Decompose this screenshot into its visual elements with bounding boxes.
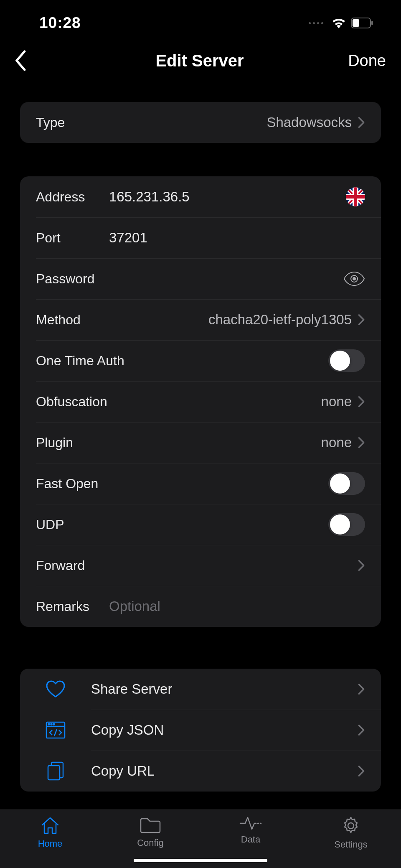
code-window-icon [45, 721, 66, 739]
cell-signal-icon [309, 22, 323, 24]
chevron-right-icon [358, 314, 365, 326]
back-button[interactable] [13, 50, 80, 71]
tab-home[interactable]: Home [0, 810, 100, 868]
svg-point-10 [51, 724, 52, 725]
page-title: Edit Server [80, 51, 319, 70]
address-value[interactable]: 165.231.36.5 [109, 189, 346, 205]
address-label: Address [36, 189, 109, 205]
status-bar: 10:28 [0, 0, 401, 33]
svg-rect-13 [48, 766, 60, 780]
gear-icon [341, 816, 361, 836]
fastopen-row: Fast Open [20, 463, 381, 504]
share-server-label: Share Server [91, 681, 358, 697]
ota-toggle[interactable] [328, 349, 365, 372]
type-card: Type Shadowsocks [20, 102, 381, 143]
port-value[interactable]: 37201 [109, 230, 365, 246]
method-label: Method [36, 312, 109, 328]
chevron-right-icon [358, 724, 365, 736]
uk-flag-icon [346, 187, 365, 206]
copy-json-row[interactable]: Copy JSON [20, 710, 381, 751]
type-label: Type [36, 115, 109, 130]
svg-point-6 [353, 277, 355, 280]
port-label: Port [36, 230, 109, 246]
nav-bar: Edit Server Done [0, 33, 401, 88]
type-value: Shadowsocks [109, 115, 358, 130]
chevron-right-icon [358, 437, 365, 448]
remarks-input[interactable] [109, 598, 365, 614]
ota-label: One Time Auth [36, 353, 328, 369]
status-time: 10:28 [39, 14, 81, 32]
svg-point-9 [48, 724, 50, 725]
method-value: chacha20-ietf-poly1305 [109, 312, 358, 328]
method-row[interactable]: Method chacha20-ietf-poly1305 [20, 299, 381, 340]
remarks-label: Remarks [36, 599, 109, 614]
home-icon [40, 816, 61, 835]
svg-rect-1 [353, 19, 359, 27]
plugin-value: none [109, 435, 358, 451]
wifi-icon [332, 18, 346, 28]
copy-url-label: Copy URL [91, 763, 358, 779]
password-row[interactable]: Password [20, 258, 381, 299]
plugin-row[interactable]: Plugin none [20, 422, 381, 463]
port-row[interactable]: Port 37201 [20, 217, 381, 258]
chevron-right-icon [358, 683, 365, 695]
status-indicators [309, 18, 373, 28]
pulse-icon [239, 816, 262, 831]
svg-point-11 [53, 724, 55, 725]
tab-settings-label: Settings [334, 839, 368, 850]
fastopen-label: Fast Open [36, 476, 328, 491]
copy-url-row[interactable]: Copy URL [20, 751, 381, 792]
remarks-row[interactable]: Remarks [20, 586, 381, 627]
address-row[interactable]: Address 165.231.36.5 [20, 176, 381, 217]
tab-home-label: Home [38, 838, 63, 849]
eye-icon[interactable] [343, 271, 365, 286]
forward-row[interactable]: Forward [20, 545, 381, 586]
tab-settings[interactable]: Settings [301, 810, 401, 868]
obfuscation-value: none [109, 394, 358, 410]
copy-json-label: Copy JSON [91, 722, 358, 738]
tab-data-label: Data [241, 834, 260, 845]
folder-icon [139, 816, 162, 834]
plugin-label: Plugin [36, 435, 109, 451]
type-row[interactable]: Type Shadowsocks [20, 102, 381, 143]
obfuscation-row[interactable]: Obfuscation none [20, 381, 381, 422]
battery-icon [351, 18, 373, 28]
chevron-right-icon [358, 396, 365, 407]
forward-label: Forward [36, 558, 358, 573]
svg-rect-2 [371, 21, 373, 25]
svg-point-16 [348, 823, 354, 829]
copy-icon [46, 761, 65, 781]
ota-row: One Time Auth [20, 340, 381, 381]
fastopen-toggle[interactable] [328, 472, 365, 495]
chevron-right-icon [358, 117, 365, 128]
obfuscation-label: Obfuscation [36, 394, 109, 410]
done-button[interactable]: Done [319, 52, 386, 70]
server-fields-card: Address 165.231.36.5 Port 37201 [20, 176, 381, 627]
svg-line-12 [54, 729, 57, 736]
heart-icon [45, 680, 66, 698]
chevron-right-icon [358, 765, 365, 777]
password-label: Password [36, 271, 343, 287]
udp-label: UDP [36, 517, 328, 532]
udp-row: UDP [20, 504, 381, 545]
udp-toggle[interactable] [328, 513, 365, 536]
home-indicator[interactable] [134, 859, 267, 862]
tab-config-label: Config [137, 837, 164, 848]
chevron-left-icon [13, 50, 28, 71]
share-server-row[interactable]: Share Server [20, 669, 381, 710]
actions-card: Share Server Copy JSON Copy URL [20, 669, 381, 792]
chevron-right-icon [358, 560, 365, 571]
